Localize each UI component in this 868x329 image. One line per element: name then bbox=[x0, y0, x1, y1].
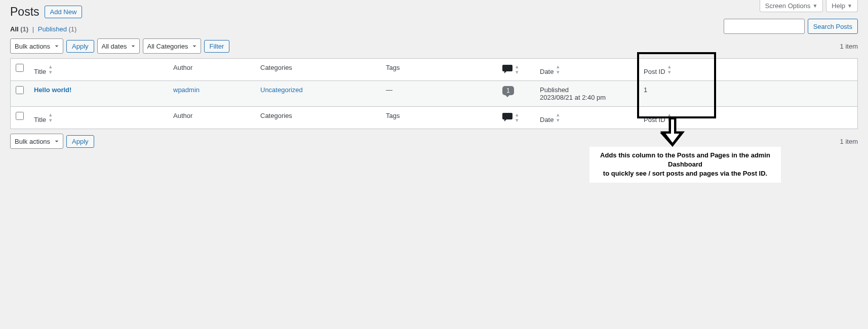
items-count-bottom: 1 item bbox=[840, 138, 858, 145]
column-date[interactable]: Date ▴▾ bbox=[535, 59, 639, 81]
column-post-id[interactable]: Post ID ▴▾ bbox=[639, 59, 704, 81]
date-filter-select[interactable]: All dates bbox=[97, 38, 140, 54]
sort-icon: ▴▾ bbox=[49, 112, 52, 123]
comment-icon bbox=[502, 113, 512, 122]
filter-all[interactable]: All (1) bbox=[10, 25, 28, 33]
bulk-actions-select-bottom[interactable]: Bulk actions bbox=[10, 134, 63, 149]
sort-icon: ▴▾ bbox=[49, 64, 52, 75]
column-comments-footer[interactable]: ▴▾ bbox=[497, 107, 535, 129]
screen-options-button[interactable]: Screen Options ▼ bbox=[760, 0, 823, 12]
column-tags-footer: Tags bbox=[381, 107, 497, 129]
caret-down-icon: ▼ bbox=[847, 3, 852, 9]
comment-count-badge[interactable]: 1 bbox=[502, 86, 514, 95]
column-tags: Tags bbox=[381, 59, 497, 81]
select-all-checkbox-bottom[interactable] bbox=[16, 112, 24, 120]
apply-button[interactable]: Apply bbox=[66, 40, 94, 53]
page-title: Posts bbox=[10, 5, 40, 19]
apply-button-bottom[interactable]: Apply bbox=[66, 135, 94, 148]
column-comments[interactable]: ▴▾ bbox=[497, 59, 535, 81]
help-button[interactable]: Help ▼ bbox=[826, 0, 858, 12]
post-tags: — bbox=[381, 81, 497, 107]
annotation-callout: Adds this column to the Posts and Pages … bbox=[589, 147, 781, 153]
bulk-actions-select[interactable]: Bulk actions bbox=[10, 38, 63, 54]
post-title-link[interactable]: Hello world! bbox=[34, 86, 71, 94]
caret-down-icon: ▼ bbox=[812, 3, 817, 9]
post-id-value: 1 bbox=[639, 81, 704, 107]
help-label: Help bbox=[832, 2, 845, 10]
table-row: Hello world! wpadmin Uncategorized — 1 P… bbox=[11, 81, 858, 107]
sort-icon: ▴▾ bbox=[516, 64, 519, 75]
column-title-footer[interactable]: Title ▴▾ bbox=[29, 107, 168, 129]
row-checkbox[interactable] bbox=[16, 86, 24, 94]
column-post-id-footer[interactable]: Post ID ▴▾ bbox=[639, 107, 704, 129]
filter-button[interactable]: Filter bbox=[204, 40, 230, 53]
items-count-top: 1 item bbox=[840, 43, 858, 50]
sort-icon: ▴▾ bbox=[557, 112, 560, 123]
post-category-link[interactable]: Uncategorized bbox=[260, 86, 303, 94]
column-date-footer[interactable]: Date ▴▾ bbox=[535, 107, 639, 129]
posts-table: Title ▴▾ Author Categories Tags ▴▾ Date … bbox=[10, 58, 858, 129]
column-categories: Categories bbox=[255, 59, 381, 81]
sort-icon: ▴▾ bbox=[557, 64, 560, 75]
sort-icon: ▴▾ bbox=[668, 112, 671, 123]
column-title[interactable]: Title ▴▾ bbox=[29, 59, 168, 81]
filter-published[interactable]: Published (1) bbox=[38, 25, 77, 33]
add-new-button[interactable]: Add New bbox=[45, 6, 83, 18]
sort-icon: ▴▾ bbox=[516, 112, 519, 123]
category-filter-select[interactable]: All Categories bbox=[143, 38, 201, 54]
select-all-checkbox-top[interactable] bbox=[16, 64, 24, 72]
column-categories-footer: Categories bbox=[255, 107, 381, 129]
post-date: Published 2023/08/21 at 2:40 pm bbox=[535, 81, 639, 107]
post-author-link[interactable]: wpadmin bbox=[173, 86, 200, 94]
search-button[interactable]: Search Posts bbox=[808, 19, 858, 34]
sort-icon: ▴▾ bbox=[668, 64, 671, 75]
search-input[interactable] bbox=[724, 19, 805, 34]
comment-icon bbox=[502, 65, 512, 74]
screen-options-label: Screen Options bbox=[765, 2, 811, 10]
column-author: Author bbox=[168, 59, 255, 81]
column-author-footer: Author bbox=[168, 107, 255, 129]
